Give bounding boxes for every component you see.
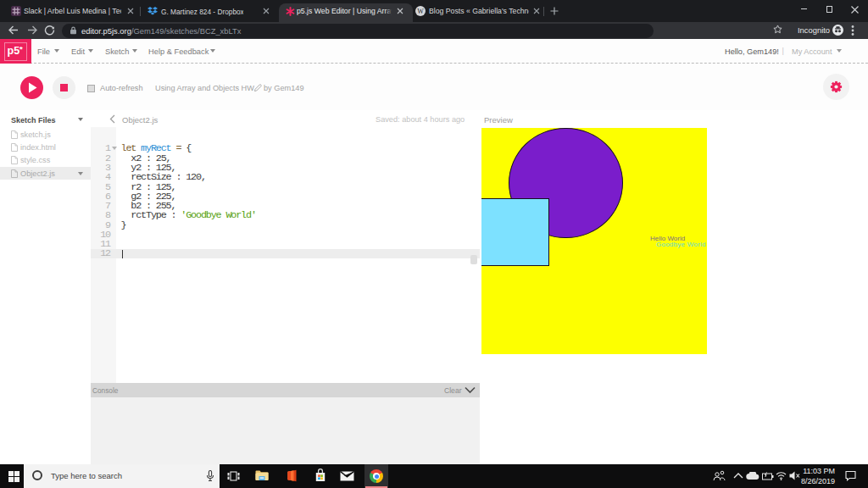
svg-text:W: W	[417, 8, 424, 15]
